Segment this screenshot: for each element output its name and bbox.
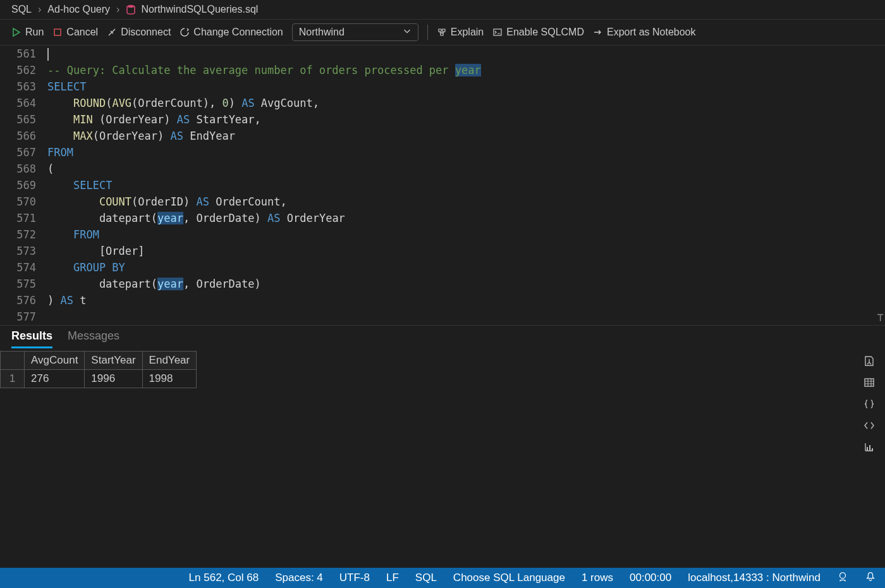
code-line[interactable]: FROM [47, 144, 885, 161]
column-header[interactable]: AvgCount [25, 352, 85, 370]
cancel-button[interactable]: Cancel [52, 27, 98, 38]
row-number-cell[interactable]: 1 [1, 370, 25, 388]
status-elapsed[interactable]: 00:00:00 [630, 572, 671, 584]
cancel-label: Cancel [66, 27, 98, 38]
toolbar-divider [427, 25, 428, 40]
code-line[interactable]: MIN (OrderYear) AS StartYear, [47, 111, 885, 128]
line-number-gutter: 5615625635645655665675685695705715725735… [0, 46, 47, 325]
chevron-right-icon: › [116, 4, 119, 15]
save-csv-icon[interactable] [863, 355, 876, 367]
tab-results[interactable]: Results [11, 329, 52, 348]
line-number: 574 [0, 259, 36, 276]
results-action-bar [853, 348, 885, 568]
code-line[interactable]: ( [47, 161, 885, 177]
code-line[interactable]: SELECT [47, 78, 885, 95]
svg-rect-4 [867, 447, 868, 451]
change-connection-label: Change Connection [193, 27, 283, 38]
bell-icon[interactable] [865, 571, 876, 585]
line-number: 573 [0, 243, 36, 259]
save-excel-icon[interactable] [863, 376, 876, 389]
results-tabs: Results Messages [0, 326, 885, 348]
svg-rect-6 [872, 448, 873, 451]
breadcrumb-item-sql[interactable]: SQL [11, 4, 32, 15]
status-bar: Ln 562, Col 68 Spaces: 4 UTF-8 LF SQL Ch… [0, 568, 885, 588]
code-line[interactable]: GROUP BY [47, 259, 885, 276]
tab-messages[interactable]: Messages [68, 329, 119, 348]
run-button[interactable]: Run [11, 27, 44, 38]
results-grid-wrap: AvgCountStartYearEndYear 127619961998 [0, 348, 853, 568]
database-select[interactable]: Northwind [292, 23, 418, 41]
breadcrumb-item-adhoc[interactable]: Ad-hoc Query [47, 4, 110, 15]
code-line[interactable]: datepart(year, OrderDate) [47, 276, 885, 292]
text-cursor [47, 48, 49, 61]
sql-editor[interactable]: 5615625635645655665675685695705715725735… [0, 46, 885, 325]
line-number: 561 [0, 46, 36, 62]
line-number: 564 [0, 95, 36, 111]
save-xml-icon[interactable] [863, 419, 876, 432]
disconnect-label: Disconnect [121, 27, 171, 38]
line-number: 570 [0, 193, 36, 210]
export-notebook-button[interactable]: Export as Notebook [593, 27, 696, 38]
column-header[interactable]: StartYear [85, 352, 142, 370]
disconnect-button[interactable]: Disconnect [107, 27, 171, 38]
line-number: 568 [0, 161, 36, 177]
status-connection[interactable]: localhost,14333 : Northwind [688, 572, 821, 584]
explain-button[interactable]: Explain [437, 27, 484, 38]
breadcrumb-item-file[interactable]: NorthwindSQLQueries.sql [141, 4, 258, 15]
line-number: 566 [0, 128, 36, 144]
svg-rect-3 [865, 379, 874, 386]
overview-ruler-icon: ⊤ [877, 310, 884, 324]
cell[interactable]: 276 [25, 370, 85, 388]
code-area[interactable]: -- Query: Calculate the average number o… [47, 46, 885, 325]
feedback-icon[interactable] [837, 571, 848, 585]
database-icon [126, 4, 136, 15]
enable-sqlcmd-button[interactable]: Enable SQLCMD [492, 27, 584, 38]
explain-label: Explain [451, 27, 484, 38]
code-line[interactable]: MAX(OrderYear) AS EndYear [47, 128, 885, 144]
svg-rect-1 [54, 29, 61, 35]
save-json-icon[interactable] [863, 398, 876, 410]
status-language[interactable]: SQL [415, 572, 437, 584]
line-number: 562 [0, 62, 36, 78]
code-line[interactable]: FROM [47, 226, 885, 243]
export-notebook-label: Export as Notebook [607, 27, 696, 38]
cell[interactable]: 1996 [85, 370, 142, 388]
code-line[interactable]: [Order] [47, 243, 885, 259]
status-rows[interactable]: 1 rows [582, 572, 613, 584]
line-number: 567 [0, 144, 36, 161]
chart-icon[interactable] [863, 441, 876, 453]
table-row[interactable]: 127619961998 [1, 370, 197, 388]
chevron-down-icon [403, 27, 412, 38]
results-grid[interactable]: AvgCountStartYearEndYear 127619961998 [0, 351, 197, 388]
code-line[interactable]: ROUND(AVG(OrderCount), 0) AS AvgCount, [47, 95, 885, 111]
line-number: 576 [0, 292, 36, 309]
line-number: 565 [0, 111, 36, 128]
code-line[interactable]: ) AS t [47, 292, 885, 309]
toolbar: Run Cancel Disconnect Change Connection … [0, 20, 885, 46]
code-line[interactable]: datepart(year, OrderDate) AS OrderYear [47, 210, 885, 226]
change-connection-button[interactable]: Change Connection [180, 27, 283, 38]
code-line[interactable]: SELECT [47, 177, 885, 193]
line-number: 572 [0, 226, 36, 243]
status-indent[interactable]: Spaces: 4 [275, 572, 323, 584]
line-number: 563 [0, 78, 36, 95]
status-encoding[interactable]: UTF-8 [339, 572, 370, 584]
code-line[interactable] [47, 309, 885, 325]
code-line[interactable]: COUNT(OrderID) AS OrderCount, [47, 193, 885, 210]
enable-sqlcmd-label: Enable SQLCMD [506, 27, 584, 38]
status-choose-language[interactable]: Choose SQL Language [453, 572, 565, 584]
row-number-header[interactable] [1, 352, 25, 370]
line-number: 577 [0, 309, 36, 325]
code-line[interactable] [47, 46, 885, 62]
status-eol[interactable]: LF [386, 572, 399, 584]
line-number: 569 [0, 177, 36, 193]
line-number: 575 [0, 276, 36, 292]
cell[interactable]: 1998 [142, 370, 197, 388]
column-header[interactable]: EndYear [142, 352, 197, 370]
svg-point-7 [840, 572, 846, 578]
breadcrumb: SQL › Ad-hoc Query › NorthwindSQLQueries… [0, 0, 885, 20]
svg-rect-5 [869, 445, 870, 451]
code-line[interactable]: -- Query: Calculate the average number o… [47, 62, 885, 78]
chevron-right-icon: › [38, 4, 41, 15]
status-cursor-position[interactable]: Ln 562, Col 68 [189, 572, 259, 584]
